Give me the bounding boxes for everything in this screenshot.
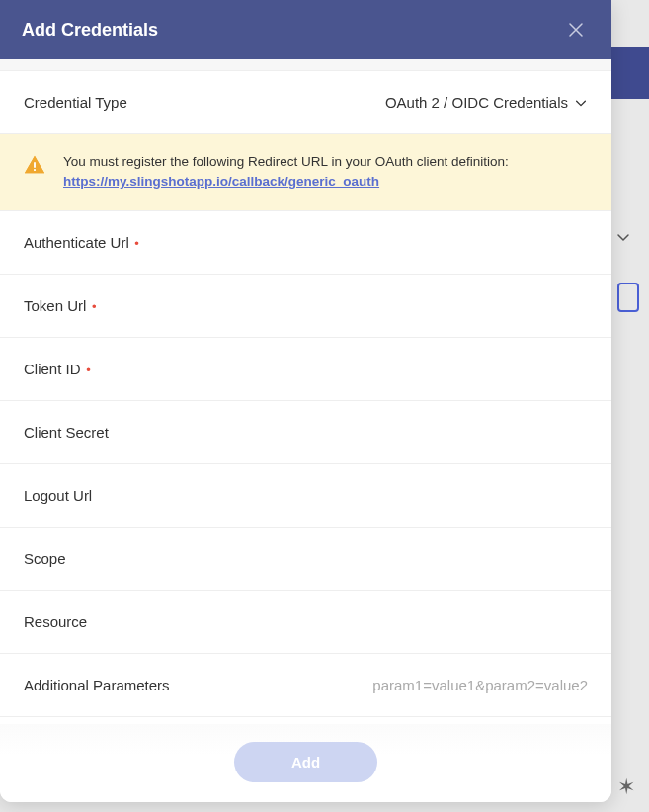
modal-footer: Add	[0, 724, 611, 802]
alert-message: You must register the following Redirect…	[63, 154, 509, 169]
credential-type-row[interactable]: Credential Type OAuth 2 / OIDC Credentia…	[0, 71, 611, 134]
credential-type-value: OAuth 2 / OIDC Credentials	[385, 94, 588, 111]
add-button[interactable]: Add	[234, 742, 377, 782]
client-id-row[interactable]: Client ID •	[0, 338, 611, 401]
additional-parameters-row[interactable]: Additional Parameters	[0, 654, 611, 717]
resource-row[interactable]: Resource	[0, 591, 611, 654]
redirect-url-alert: You must register the following Redirect…	[0, 134, 611, 211]
additional-parameters-label: Additional Parameters	[24, 677, 170, 693]
svg-rect-1	[34, 169, 36, 171]
chevron-down-icon	[615, 229, 631, 249]
background-outline-box	[617, 283, 639, 312]
close-button[interactable]	[562, 16, 590, 43]
svg-rect-0	[34, 162, 36, 168]
token-url-label: Token Url •	[24, 297, 97, 314]
modal-body: Credential Type OAuth 2 / OIDC Credentia…	[0, 59, 611, 724]
authenticate-url-label: Authenticate Url •	[24, 234, 139, 251]
modal-title: Add Credentials	[22, 20, 158, 41]
client-secret-label: Client Secret	[24, 424, 109, 441]
field-label-text: Token Url	[24, 297, 86, 314]
token-url-row[interactable]: Token Url •	[0, 275, 611, 338]
client-secret-row[interactable]: Client Secret	[0, 401, 611, 464]
spacer	[0, 59, 611, 71]
close-icon	[566, 20, 586, 40]
client-id-label: Client ID •	[24, 361, 91, 377]
chevron-down-icon	[574, 96, 588, 110]
scope-row[interactable]: Scope	[0, 528, 611, 591]
redirect-url-link[interactable]: https://my.slingshotapp.io/callback/gene…	[63, 174, 379, 189]
field-label-text: Client ID	[24, 361, 81, 377]
required-indicator: •	[88, 299, 96, 314]
scope-label: Scope	[24, 550, 66, 567]
logout-url-row[interactable]: Logout Url	[0, 464, 611, 528]
add-credentials-modal: Add Credentials Credential Type OAuth 2 …	[0, 0, 611, 802]
modal-header: Add Credentials	[0, 0, 611, 59]
required-indicator: •	[83, 363, 91, 377]
authenticate-url-row[interactable]: Authenticate Url •	[0, 211, 611, 275]
required-indicator: •	[131, 236, 139, 251]
credential-type-label: Credential Type	[24, 94, 127, 111]
additional-parameters-input[interactable]	[190, 677, 588, 693]
field-label-text: Authenticate Url	[24, 234, 129, 251]
bug-icon: ✶	[617, 774, 635, 800]
logout-url-label: Logout Url	[24, 487, 92, 504]
credential-type-selected: OAuth 2 / OIDC Credentials	[385, 94, 568, 111]
warning-icon	[24, 154, 45, 180]
resource-label: Resource	[24, 613, 87, 630]
alert-text: You must register the following Redirect…	[63, 152, 509, 193]
